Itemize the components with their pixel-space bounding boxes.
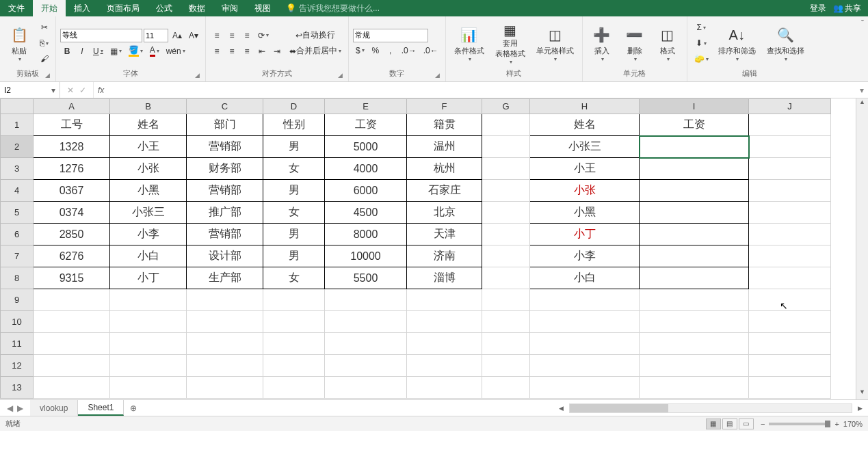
cell-A9[interactable]	[34, 289, 110, 311]
italic-button[interactable]: I	[75, 44, 89, 59]
align-bottom-button[interactable]: ≡	[240, 28, 254, 43]
cell-D8[interactable]: 女	[263, 267, 325, 289]
cell-G4[interactable]	[482, 180, 530, 202]
cell-C8[interactable]: 生产部	[187, 267, 263, 289]
cell-J1[interactable]	[749, 114, 831, 136]
cell-C10[interactable]	[187, 311, 263, 333]
cell-J8[interactable]	[749, 267, 831, 289]
fill-color-button[interactable]: 🪣▾	[126, 44, 146, 59]
cell-F6[interactable]: 天津	[407, 224, 482, 245]
cell-J10[interactable]	[749, 311, 831, 333]
align-left-button[interactable]: ≡	[210, 44, 224, 59]
align-middle-button[interactable]: ≡	[225, 28, 239, 43]
cell-B4[interactable]: 小黑	[110, 180, 187, 202]
cancel-formula-button[interactable]: ✕	[67, 85, 74, 95]
cell-J11[interactable]	[749, 333, 831, 355]
cell-C13[interactable]	[187, 377, 263, 399]
cell-J13[interactable]	[749, 377, 831, 399]
cell-B5[interactable]: 小张三	[110, 202, 187, 224]
cell-E10[interactable]	[325, 311, 407, 333]
menu-data[interactable]: 数据	[181, 0, 213, 16]
name-box[interactable]: ▾	[0, 82, 60, 98]
cell-D7[interactable]: 男	[263, 245, 325, 267]
font-name-combo[interactable]	[60, 29, 142, 42]
expand-formula-bar-button[interactable]: ▾	[856, 82, 868, 98]
paste-button[interactable]: 📋 粘贴 ▾	[4, 20, 34, 66]
cell-E12[interactable]	[325, 355, 407, 377]
col-header-G[interactable]: G	[482, 99, 530, 114]
tab-nav-prev[interactable]: ◀	[7, 403, 13, 413]
sheet-tab-vlookup[interactable]: vlookup	[30, 400, 78, 416]
increase-indent-button[interactable]: ⇥	[270, 44, 284, 59]
cell-F10[interactable]	[407, 311, 482, 333]
menu-review[interactable]: 审阅	[213, 0, 246, 16]
align-center-button[interactable]: ≡	[225, 44, 239, 59]
cell-D3[interactable]: 女	[263, 158, 325, 180]
cell-F5[interactable]: 北京	[407, 202, 482, 224]
cell-D10[interactable]	[263, 311, 325, 333]
cell-E9[interactable]	[325, 289, 407, 311]
cell-I13[interactable]	[640, 377, 749, 399]
format-cells-button[interactable]: ◫格式▾	[653, 20, 683, 66]
cell-G2[interactable]	[482, 136, 530, 158]
cell-E8[interactable]: 5500	[325, 267, 407, 289]
row-header-5[interactable]: 5	[1, 202, 34, 224]
cell-J4[interactable]	[749, 180, 831, 202]
find-select-button[interactable]: 🔍查找和选择▾	[763, 20, 808, 66]
increase-decimal-button[interactable]: .0→	[399, 43, 419, 58]
row-header-10[interactable]: 10	[1, 311, 34, 333]
cell-G6[interactable]	[482, 224, 530, 245]
cell-E1[interactable]: 工资	[325, 114, 407, 136]
autosum-button[interactable]: Σ▾	[692, 20, 711, 35]
row-header-7[interactable]: 7	[1, 245, 34, 267]
cell-A4[interactable]: 0367	[34, 180, 110, 202]
row-header-2[interactable]: 2	[1, 136, 34, 158]
increase-font-button[interactable]: A▴	[170, 28, 185, 43]
cell-G1[interactable]	[482, 114, 530, 136]
cell-E11[interactable]	[325, 333, 407, 355]
cell-I7[interactable]	[640, 245, 749, 267]
cut-button[interactable]: ✂	[37, 20, 51, 35]
merge-center-button[interactable]: ⬌ 合并后居中▾	[287, 44, 344, 59]
col-header-J[interactable]: J	[749, 99, 831, 114]
menu-layout[interactable]: 页面布局	[98, 0, 148, 16]
cell-C12[interactable]	[187, 355, 263, 377]
percent-button[interactable]: %	[369, 43, 382, 58]
fill-button[interactable]: ⬇▾	[692, 36, 711, 51]
cell-B7[interactable]: 小白	[110, 245, 187, 267]
vertical-scrollbar[interactable]: ▲ ▼	[856, 98, 868, 399]
font-color-button[interactable]: A▾	[147, 44, 162, 59]
conditional-formatting-button[interactable]: 📊条件格式▾	[450, 20, 488, 66]
cell-A12[interactable]	[34, 355, 110, 377]
borders-button[interactable]: ▦▾	[107, 44, 124, 59]
row-header-8[interactable]: 8	[1, 267, 34, 289]
cell-D5[interactable]: 女	[263, 202, 325, 224]
align-right-button[interactable]: ≡	[240, 44, 254, 59]
format-as-table-button[interactable]: ▦套用 表格格式▾	[491, 20, 529, 66]
cell-I11[interactable]	[640, 333, 749, 355]
decrease-font-button[interactable]: A▾	[186, 28, 201, 43]
cell-D6[interactable]: 男	[263, 224, 325, 245]
cell-D1[interactable]: 性别	[263, 114, 325, 136]
menu-insert[interactable]: 插入	[66, 0, 98, 16]
collapse-ribbon-button[interactable]: ˇ	[861, 19, 864, 29]
cell-F7[interactable]: 济南	[407, 245, 482, 267]
row-header-9[interactable]: 9	[1, 289, 34, 311]
cell-J6[interactable]	[749, 224, 831, 245]
cell-H5[interactable]: 小黑	[530, 202, 640, 224]
view-page-break-button[interactable]: ▭	[739, 418, 754, 429]
zoom-slider-knob[interactable]	[825, 421, 830, 427]
cell-F9[interactable]	[407, 289, 482, 311]
cell-D4[interactable]: 男	[263, 180, 325, 202]
formula-input[interactable]	[108, 82, 856, 98]
zoom-level[interactable]: 170%	[843, 420, 863, 428]
cell-C9[interactable]	[187, 289, 263, 311]
bold-button[interactable]: B	[60, 44, 74, 59]
comma-button[interactable]: ,	[384, 43, 397, 58]
col-header-B[interactable]: B	[110, 99, 187, 114]
cell-F3[interactable]: 杭州	[407, 158, 482, 180]
row-header-13[interactable]: 13	[1, 377, 34, 399]
cell-G5[interactable]	[482, 202, 530, 224]
menu-formulas[interactable]: 公式	[148, 0, 181, 16]
view-normal-button[interactable]: ▦	[706, 418, 721, 429]
